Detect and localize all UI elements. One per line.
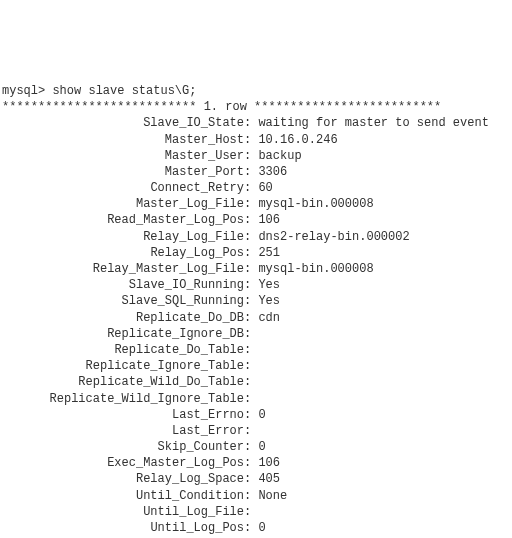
field-separator: : [244, 165, 258, 179]
field-value: 251 [258, 246, 280, 260]
field-separator: : [244, 505, 258, 519]
fields-list: Slave_IO_State: waiting for master to se… [2, 115, 510, 538]
field-value: Yes [258, 278, 280, 292]
field-separator: : [244, 116, 258, 130]
field-label: Master_Log_File [2, 196, 244, 212]
field-row: Last_Error: [2, 423, 510, 439]
field-separator: : [244, 521, 258, 535]
field-label: Slave_SQL_Running [2, 293, 244, 309]
field-value: 3306 [258, 165, 287, 179]
field-separator: : [244, 359, 258, 373]
field-label: Replicate_Wild_Ignore_Table [2, 391, 244, 407]
field-value: 405 [258, 472, 280, 486]
row-header: *************************** 1. row *****… [2, 99, 510, 115]
field-label: Until_Log_Pos [2, 520, 244, 536]
field-value: Yes [258, 294, 280, 308]
field-label: Relay_Master_Log_File [2, 261, 244, 277]
field-row: Replicate_Ignore_Table: [2, 358, 510, 374]
field-row: Slave_IO_Running: Yes [2, 277, 510, 293]
field-row: Slave_SQL_Running: Yes [2, 293, 510, 309]
field-separator: : [244, 311, 258, 325]
field-separator: : [244, 149, 258, 163]
field-separator: : [244, 424, 258, 438]
field-value: 0 [258, 440, 265, 454]
field-row: Slave_IO_State: waiting for master to se… [2, 115, 510, 131]
field-label: Slave_IO_Running [2, 277, 244, 293]
field-label: Last_Errno [2, 407, 244, 423]
field-label: Master_Port [2, 164, 244, 180]
field-separator: : [244, 440, 258, 454]
field-value: cdn [258, 311, 280, 325]
field-row: Relay_Log_Pos: 251 [2, 245, 510, 261]
mysql-prompt: mysql> [2, 84, 52, 98]
field-row: Replicate_Do_Table: [2, 342, 510, 358]
field-separator: : [244, 133, 258, 147]
field-label: Read_Master_Log_Pos [2, 212, 244, 228]
field-label: Replicate_Do_Table [2, 342, 244, 358]
field-row: Replicate_Do_DB: cdn [2, 310, 510, 326]
field-label: Slave_IO_State [2, 115, 244, 131]
field-separator: : [244, 392, 258, 406]
field-separator: : [244, 213, 258, 227]
field-separator: : [244, 489, 258, 503]
field-row: Skip_Counter: 0 [2, 439, 510, 455]
field-separator: : [244, 181, 258, 195]
field-label: Replicate_Wild_Do_Table [2, 374, 244, 390]
field-label: Skip_Counter [2, 439, 244, 455]
field-separator: : [244, 246, 258, 260]
field-row: Relay_Master_Log_File: mysql-bin.000008 [2, 261, 510, 277]
field-row: Read_Master_Log_Pos: 106 [2, 212, 510, 228]
field-row: Relay_Log_Space: 405 [2, 471, 510, 487]
field-label: Replicate_Ignore_DB [2, 326, 244, 342]
field-value: 10.16.0.246 [258, 133, 337, 147]
field-label: Last_Error [2, 423, 244, 439]
field-value: 0 [258, 408, 265, 422]
field-value: backup [258, 149, 301, 163]
field-value: waiting for master to send event [258, 116, 488, 130]
field-label: Until_Log_File [2, 504, 244, 520]
field-label: Relay_Log_Pos [2, 245, 244, 261]
field-value: dns2-relay-bin.000002 [258, 230, 409, 244]
field-label: Master_Host [2, 132, 244, 148]
field-row: Until_Condition: None [2, 488, 510, 504]
field-label: Master_User [2, 148, 244, 164]
field-row: Relay_Log_File: dns2-relay-bin.000002 [2, 229, 510, 245]
field-label: Replicate_Ignore_Table [2, 358, 244, 374]
field-row: Master_User: backup [2, 148, 510, 164]
terminal-output: mysql> show slave status\G; ************… [2, 67, 510, 538]
field-separator: : [244, 408, 258, 422]
field-separator: : [244, 262, 258, 276]
field-row: Replicate_Wild_Ignore_Table: [2, 391, 510, 407]
field-value: 60 [258, 181, 272, 195]
field-row: Last_Errno: 0 [2, 407, 510, 423]
field-row: Replicate_Wild_Do_Table: [2, 374, 510, 390]
field-separator: : [244, 197, 258, 211]
field-separator: : [244, 456, 258, 470]
field-value: 106 [258, 456, 280, 470]
field-row: Exec_Master_Log_Pos: 106 [2, 455, 510, 471]
command-text: show slave status\G; [52, 84, 196, 98]
field-separator: : [244, 375, 258, 389]
field-value: mysql-bin.000008 [258, 197, 373, 211]
field-row: Master_Host: 10.16.0.246 [2, 132, 510, 148]
field-separator: : [244, 230, 258, 244]
field-row: Master_Port: 3306 [2, 164, 510, 180]
field-row: Master_Log_File: mysql-bin.000008 [2, 196, 510, 212]
field-value: None [258, 489, 287, 503]
field-value: mysql-bin.000008 [258, 262, 373, 276]
field-label: Relay_Log_File [2, 229, 244, 245]
field-label: Connect_Retry [2, 180, 244, 196]
field-separator: : [244, 327, 258, 341]
field-row: Until_Log_File: [2, 504, 510, 520]
field-value: 106 [258, 213, 280, 227]
field-row: Until_Log_Pos: 0 [2, 520, 510, 536]
field-separator: : [244, 294, 258, 308]
field-separator: : [244, 472, 258, 486]
field-label: Until_Condition [2, 488, 244, 504]
field-label: Replicate_Do_DB [2, 310, 244, 326]
field-label: Relay_Log_Space [2, 471, 244, 487]
field-row: Replicate_Ignore_DB: [2, 326, 510, 342]
field-separator: : [244, 343, 258, 357]
field-value: 0 [258, 521, 265, 535]
field-label: Exec_Master_Log_Pos [2, 455, 244, 471]
